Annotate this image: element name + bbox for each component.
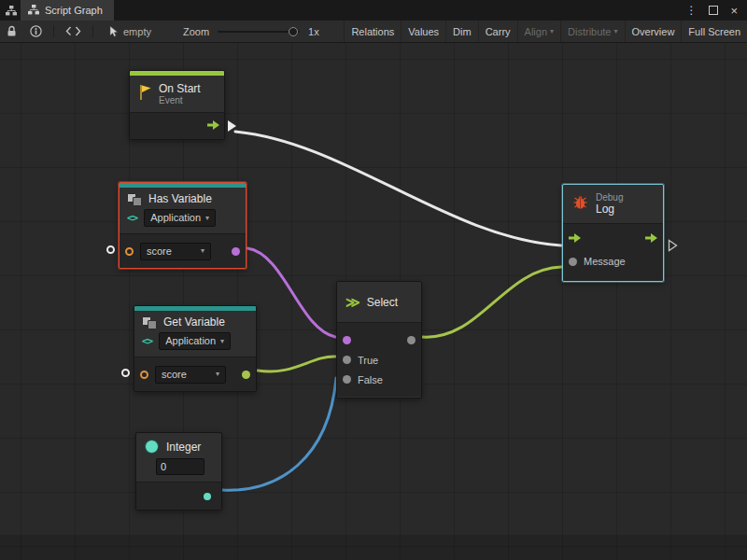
selection-output-port[interactable] (407, 336, 416, 344)
unconnected-input-port[interactable] (106, 245, 115, 254)
align-button: Align ▾ (517, 21, 560, 42)
chevron-down-icon: ▾ (216, 371, 219, 378)
variable-name-value: score (162, 369, 187, 381)
lock-button[interactable] (0, 21, 23, 42)
variable-name-dropdown[interactable]: score ▾ (140, 243, 211, 260)
lock-icon (7, 25, 17, 37)
variable-name-value: score (147, 245, 172, 258)
flow-arrow-icon (569, 232, 581, 244)
selection-label: empty (123, 26, 151, 37)
toolbar-separator (92, 25, 93, 37)
node-title: Integer (166, 441, 201, 454)
zoom-slider[interactable] (218, 31, 300, 33)
node-on-start[interactable]: On Start Event (129, 70, 225, 140)
condition-input-port[interactable] (343, 336, 351, 344)
false-input-port[interactable] (343, 375, 351, 384)
node-subtitle: Event (159, 95, 201, 105)
selection-indicator: empty (109, 25, 151, 37)
distribute-button-label: Distribute (568, 26, 611, 37)
integer-value-input[interactable]: 0 (156, 458, 204, 475)
values-button[interactable]: Values (401, 21, 445, 42)
select-merge-icon: ≫ (345, 295, 360, 309)
cursor-icon (109, 25, 119, 37)
node-integer[interactable]: Integer 0 (135, 432, 222, 511)
true-input-port[interactable] (343, 356, 351, 364)
zoom-slider-handle[interactable] (289, 27, 298, 36)
variable-name-input-port[interactable] (140, 371, 148, 379)
node-title: Get Variable (163, 315, 225, 329)
toolbar-separator (53, 25, 54, 37)
relations-button[interactable]: Relations (344, 21, 401, 42)
message-port-label: Message (584, 256, 626, 267)
code-brackets-icon (65, 26, 81, 36)
control-input-port[interactable] (569, 232, 581, 245)
flow-arrow-icon (645, 232, 657, 244)
chevron-down-icon: ▾ (550, 28, 554, 35)
true-port-label: True (358, 355, 378, 366)
distribute-button: Distribute ▾ (560, 21, 624, 42)
variable-kind-icon: <> (142, 335, 152, 347)
integer-output-port[interactable] (204, 493, 211, 500)
chevron-down-icon: ▾ (220, 338, 224, 345)
variable-scope-dropdown[interactable]: Application ▾ (144, 209, 216, 227)
unconnected-control-output-indicator[interactable] (668, 239, 678, 256)
variables-icon (127, 193, 142, 205)
message-input-port[interactable] (569, 258, 577, 266)
graph-toolbar: empty Zoom 1x Relations Values Dim Carry… (0, 21, 747, 43)
overview-button[interactable]: Overview (625, 21, 682, 42)
variable-scope-value: Application (165, 335, 216, 347)
variable-scope-dropdown[interactable]: Application ▾ (159, 332, 231, 350)
false-port-label: False (358, 374, 383, 385)
chevron-down-icon: ▾ (201, 247, 204, 255)
node-select[interactable]: ≫ Select True False (336, 281, 422, 399)
fullscreen-button[interactable]: Full Screen (681, 21, 747, 42)
value-output-port[interactable] (242, 371, 250, 379)
node-title: Select (367, 296, 398, 309)
variable-kind-icon: <> (127, 212, 137, 224)
boolean-output-port[interactable] (232, 247, 240, 256)
node-title: Log (596, 203, 623, 216)
control-output-port[interactable] (207, 118, 219, 134)
bug-icon (571, 195, 589, 214)
zoom-value: 1x (308, 26, 319, 37)
node-debug-log[interactable]: Debug Log Message (562, 184, 664, 282)
script-graph-window-icon (0, 6, 21, 16)
integer-type-icon (145, 440, 159, 454)
unconnected-input-port[interactable] (121, 369, 130, 377)
chevron-down-icon: ▾ (614, 28, 618, 35)
node-title: Has Variable (148, 192, 212, 205)
title-bar: Script Graph ⋮ × (0, 0, 747, 21)
tab-script-graph[interactable]: Script Graph (21, 0, 114, 21)
info-button[interactable] (23, 21, 49, 42)
control-output-port[interactable] (645, 232, 657, 245)
variable-name-dropdown[interactable]: score ▾ (155, 366, 226, 384)
chevron-down-icon: ▾ (205, 215, 209, 222)
connected-output-indicator (228, 120, 236, 132)
info-icon (30, 25, 42, 37)
dim-button[interactable]: Dim (445, 21, 478, 42)
align-button-label: Align (525, 26, 547, 37)
edit-graph-button[interactable] (59, 21, 88, 42)
close-icon[interactable]: × (730, 5, 738, 17)
maximize-icon[interactable] (709, 6, 718, 15)
flow-arrow-icon (207, 119, 219, 131)
zoom-label: Zoom (183, 26, 209, 37)
node-get-variable[interactable]: Get Variable <> Application ▾ score ▾ (134, 305, 257, 392)
node-title: On Start (159, 82, 201, 95)
canvas-shade-band (0, 535, 747, 560)
flag-icon (138, 84, 152, 105)
variable-name-input-port[interactable] (125, 247, 134, 256)
node-category: Debug (596, 192, 623, 203)
variables-icon (142, 316, 157, 329)
node-has-variable[interactable]: Has Variable <> Application ▾ score ▾ (119, 182, 247, 269)
tab-label: Script Graph (45, 5, 103, 16)
window-menu-icon[interactable]: ⋮ (685, 5, 697, 16)
variable-scope-value: Application (150, 212, 201, 224)
carry-button[interactable]: Carry (478, 21, 517, 42)
graph-tab-icon (28, 5, 39, 17)
